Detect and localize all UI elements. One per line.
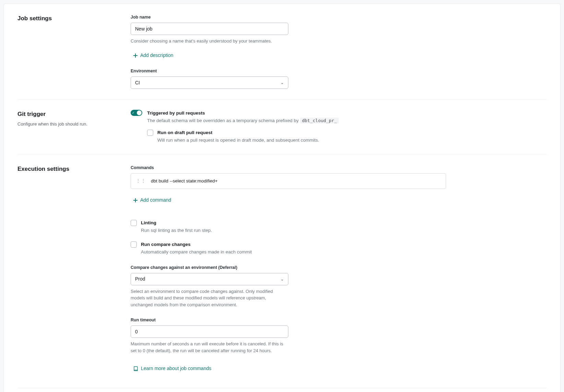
triggered-by-pr-desc: The default schema will be overridden as…: [147, 117, 339, 124]
code-chip-schema-prefix: dbt_cloud_pr_: [300, 118, 339, 123]
run-compare-desc: Automatically compare changes made in ea…: [141, 249, 252, 256]
drag-handle-icon[interactable]: ⋮⋮: [136, 180, 146, 182]
run-on-draft-label: Run on draft pull request: [157, 129, 319, 136]
job-settings-section: Job settings Job name Consider choosing …: [4, 14, 560, 89]
commands-label: Commands: [131, 165, 446, 171]
git-trigger-section: Git trigger Configure when this job shou…: [4, 110, 560, 144]
compare-env-helper: Select an environment to compare code ch…: [131, 288, 288, 308]
run-timeout-label: Run timeout: [131, 317, 446, 323]
execution-settings-section: Execution settings Commands ⋮⋮ dbt build…: [4, 165, 560, 374]
add-description-button[interactable]: Add description: [131, 50, 176, 61]
linting-desc: Run sql linting as the first run step.: [141, 227, 212, 234]
divider: [17, 154, 547, 154]
job-settings-card: Job settings Job name Consider choosing …: [3, 3, 561, 392]
environment-value: CI: [135, 79, 140, 86]
linting-checkbox[interactable]: [131, 220, 137, 226]
add-command-label: Add command: [140, 197, 171, 204]
compare-env-value: Prod: [135, 275, 145, 283]
job-name-label: Job name: [131, 14, 446, 21]
run-timeout-helper: Maximum number of seconds a run will exe…: [131, 341, 288, 354]
triggered-by-pr-toggle[interactable]: ✓: [131, 110, 142, 116]
compare-env-label: Compare changes against an environment (…: [131, 264, 446, 271]
divider: [17, 388, 547, 388]
git-trigger-subtitle: Configure when this job should run.: [17, 121, 124, 128]
check-icon: ✓: [132, 110, 135, 115]
command-item[interactable]: ⋮⋮ dbt build --select state:modified+: [131, 173, 446, 189]
plus-icon: [133, 54, 137, 58]
run-on-draft-desc: Will run when a pull request is opened i…: [157, 137, 319, 144]
section-title-execution: Execution settings: [17, 165, 124, 174]
linting-label: Linting: [141, 219, 212, 226]
job-name-helper: Consider choosing a name that's easily u…: [131, 38, 446, 45]
environment-select[interactable]: CI ⌄: [131, 76, 288, 89]
learn-more-label: Learn more about job commands: [141, 365, 211, 372]
run-compare-checkbox[interactable]: [131, 241, 137, 248]
environment-label: Environment: [131, 68, 446, 74]
learn-more-link[interactable]: Learn more about job commands: [131, 363, 214, 374]
chevron-down-icon: ⌄: [280, 276, 284, 282]
run-on-draft-checkbox[interactable]: [147, 130, 153, 136]
add-description-label: Add description: [140, 52, 173, 59]
triggered-by-pr-label: Triggered by pull requests: [147, 110, 339, 117]
toggle-knob: [137, 110, 142, 115]
add-command-button[interactable]: Add command: [131, 194, 174, 206]
run-compare-label: Run compare changes: [141, 241, 252, 248]
chevron-down-icon: ⌄: [280, 80, 284, 86]
divider: [17, 99, 547, 99]
plus-icon: [133, 198, 137, 202]
command-text: dbt build --select state:modified+: [151, 178, 218, 185]
section-title-job-settings: Job settings: [17, 14, 124, 23]
run-timeout-input[interactable]: [131, 325, 288, 338]
section-title-git-trigger: Git trigger: [17, 110, 124, 119]
compare-env-select[interactable]: Prod ⌄: [131, 273, 288, 285]
job-name-input[interactable]: [131, 23, 288, 35]
book-icon: [133, 366, 138, 371]
